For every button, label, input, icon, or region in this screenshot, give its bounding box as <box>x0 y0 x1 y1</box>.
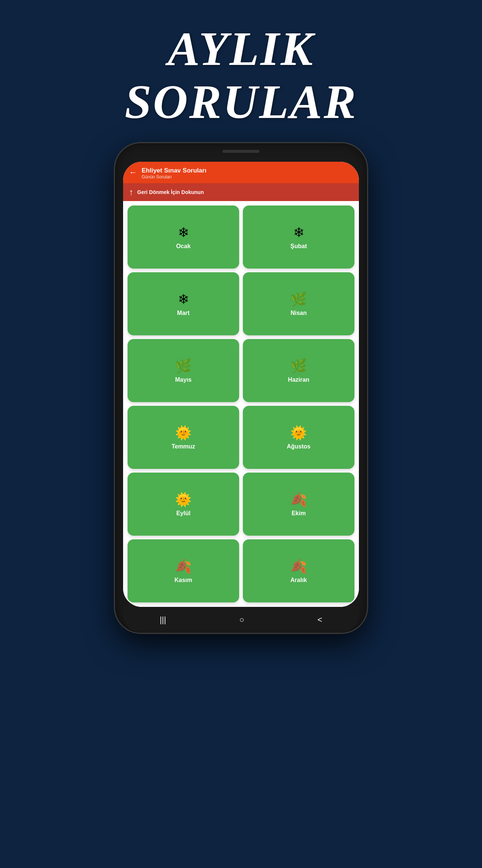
month-card-mart[interactable]: ❄Mart <box>128 272 239 335</box>
month-label-mayis: Mayıs <box>175 377 191 383</box>
month-label-aralik: Aralık <box>290 577 307 583</box>
phone-screen: ← Ehliyet Sınav Soruları Günün Soruları … <box>123 162 359 607</box>
month-label-kasim: Kasım <box>174 577 192 583</box>
month-icon-nisan: 🌿 <box>290 293 307 306</box>
month-label-nisan: Nisan <box>291 310 307 316</box>
month-icon-mart: ❄ <box>178 293 189 306</box>
month-card-ocak[interactable]: ❄Ocak <box>128 206 239 269</box>
month-card-kasim[interactable]: 🍂Kasım <box>128 539 239 602</box>
back-button-icon[interactable]: ← <box>129 168 137 177</box>
month-label-ekim: Ekim <box>291 510 306 517</box>
phone-body: ← Ehliyet Sınav Soruları Günün Soruları … <box>115 143 367 633</box>
month-label-ocak: Ocak <box>176 243 191 250</box>
month-label-eylul: Eylül <box>176 510 190 517</box>
month-label-temmuz: Temmuz <box>172 443 195 450</box>
month-card-ekim[interactable]: 🍂Ekim <box>243 473 354 536</box>
app-bar: ← Ehliyet Sınav Soruları Günün Soruları <box>123 162 359 183</box>
phone-speaker <box>222 150 260 153</box>
month-icon-ekim: 🍂 <box>290 493 307 506</box>
back-banner-text: Geri Dönmek İçin Dokunun <box>137 189 204 195</box>
page-title: AYLIK SORULAR <box>125 22 357 128</box>
month-card-eylul[interactable]: 🌞Eylül <box>128 473 239 536</box>
month-label-agustos: Ağustos <box>287 443 311 450</box>
month-icon-temmuz: 🌞 <box>175 426 192 440</box>
back-arrow-icon: ↑ <box>129 187 133 197</box>
month-icon-ocak: ❄ <box>178 226 189 239</box>
month-label-mart: Mart <box>177 310 190 316</box>
months-grid: ❄Ocak❄Şubat❄Mart🌿Nisan🌿Mayıs🌿Haziran🌞Tem… <box>123 201 359 607</box>
month-icon-eylul: 🌞 <box>175 493 192 506</box>
month-icon-mayis: 🌿 <box>175 359 192 373</box>
nav-back-icon[interactable]: < <box>317 615 322 625</box>
month-card-agustos[interactable]: 🌞Ağustos <box>243 406 354 469</box>
nav-home-icon[interactable]: ○ <box>240 615 244 625</box>
month-icon-agustos: 🌞 <box>290 426 307 440</box>
month-icon-subat: ❄ <box>293 226 304 239</box>
page-title-container: AYLIK SORULAR <box>125 0 357 128</box>
month-card-aralik[interactable]: 🍂Aralık <box>243 539 354 602</box>
month-icon-aralik: 🍂 <box>290 560 307 573</box>
month-card-mayis[interactable]: 🌿Mayıs <box>128 339 239 402</box>
phone-mockup: ← Ehliyet Sınav Soruları Günün Soruları … <box>115 143 367 633</box>
month-label-haziran: Haziran <box>288 377 310 383</box>
month-card-haziran[interactable]: 🌿Haziran <box>243 339 354 402</box>
nav-bar: ||| ○ < <box>123 607 359 633</box>
month-label-subat: Şubat <box>290 243 307 250</box>
month-card-subat[interactable]: ❄Şubat <box>243 206 354 269</box>
app-bar-text: Ehliyet Sınav Soruları Günün Soruları <box>142 167 207 180</box>
month-icon-kasim: 🍂 <box>175 560 192 573</box>
nav-menu-icon[interactable]: ||| <box>160 615 166 625</box>
back-banner[interactable]: ↑ Geri Dönmek İçin Dokunun <box>123 183 359 201</box>
month-icon-haziran: 🌿 <box>290 359 307 373</box>
month-card-temmuz[interactable]: 🌞Temmuz <box>128 406 239 469</box>
month-card-nisan[interactable]: 🌿Nisan <box>243 272 354 335</box>
app-bar-title: Ehliyet Sınav Soruları <box>142 167 207 174</box>
app-bar-subtitle: Günün Soruları <box>142 174 207 180</box>
